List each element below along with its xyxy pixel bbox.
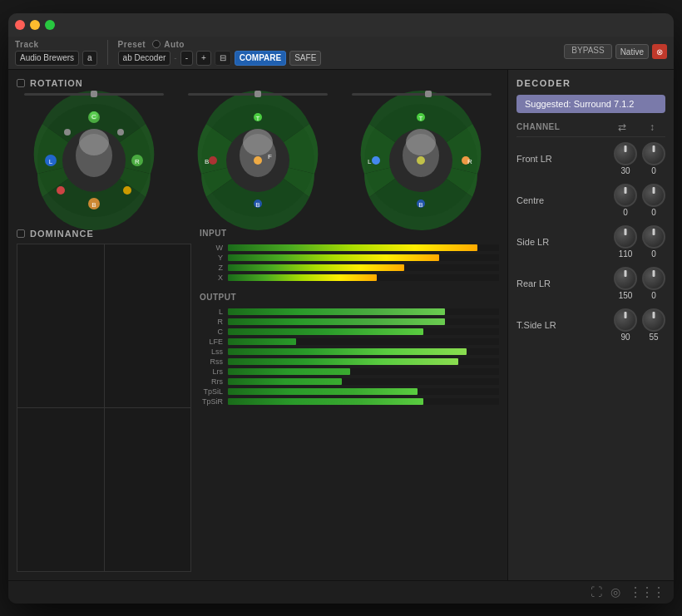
svg-text:T: T: [255, 115, 259, 122]
knob-value-1: 150: [619, 291, 633, 300]
channel-header: CHANNEL ⇄ ↕: [516, 121, 665, 137]
knob-level[interactable]: [642, 308, 665, 332]
svg-text:B: B: [205, 158, 209, 165]
knob-group-1: 30: [614, 142, 637, 175]
input-meter-row: Z: [200, 263, 499, 273]
circle-2: T B F B: [180, 93, 336, 222]
bypass-button[interactable]: BYPASS: [564, 44, 611, 59]
slider-1[interactable]: [24, 93, 164, 96]
meter-label: TpSiR: [200, 397, 223, 406]
output-meter-row: L: [200, 307, 499, 317]
preset-minus[interactable]: -: [180, 51, 193, 66]
svg-point-13: [57, 186, 65, 195]
preset-plus[interactable]: +: [196, 51, 211, 66]
meter-bar-bg: [228, 388, 499, 395]
channel-col-label: CHANNEL: [516, 122, 605, 131]
meter-label: LFE: [200, 338, 223, 346]
knob-level[interactable]: [642, 142, 665, 165]
track-name[interactable]: Audio Brewers: [15, 51, 79, 66]
meter-bar: [228, 328, 423, 335]
slider-row-2: [180, 93, 336, 96]
svg-point-41: [417, 156, 425, 165]
output-meter-row: TpSiR: [200, 397, 499, 407]
suggested-badge: Suggested: Surround 7.1.2: [516, 95, 665, 113]
meter-bar-bg: [228, 328, 499, 335]
track-section: Track Audio Brewers a: [15, 40, 97, 66]
svg-point-3: [79, 129, 109, 155]
meter-bar: [228, 368, 350, 375]
meter-bar: [228, 244, 477, 251]
knob-level[interactable]: [642, 267, 665, 290]
svg-point-32: [406, 129, 436, 155]
channel-name: Front LR: [516, 154, 614, 164]
output-meter-row: Lss: [200, 347, 499, 357]
meter-label: C: [200, 328, 223, 336]
knob-group-1: 150: [614, 267, 637, 300]
knob-pan[interactable]: [614, 142, 637, 165]
channel-name: Side LR: [516, 237, 614, 247]
knob-value-2: 0: [651, 249, 656, 259]
meter-bar-bg: [228, 338, 499, 345]
dominance-checkbox[interactable]: [17, 229, 25, 238]
sep1: -: [174, 53, 176, 62]
meter-bar: [228, 264, 404, 271]
meter-bar-bg: [228, 348, 499, 355]
track-tag[interactable]: a: [82, 51, 97, 66]
circle-1: C L R B: [17, 93, 172, 222]
meter-label: Lss: [200, 347, 223, 356]
meter-bar: [228, 348, 467, 355]
sphere-vis-3: T L R B: [361, 99, 482, 222]
decoder-channel-row: Centre 0 0: [516, 184, 665, 217]
meter-label: W: [200, 244, 223, 252]
svg-text:L: L: [368, 158, 372, 165]
svg-point-14: [123, 186, 131, 195]
knob-pan[interactable]: [614, 225, 637, 249]
settings-icon[interactable]: ◎: [610, 585, 620, 599]
knob-group-2: 0: [642, 142, 665, 175]
circle-3: T L R B: [343, 93, 499, 222]
knob-level[interactable]: [642, 225, 665, 249]
knob-pan[interactable]: [614, 308, 637, 332]
preset-icon[interactable]: ⊟: [215, 51, 231, 66]
close-plugin-button[interactable]: ⊗: [652, 44, 667, 59]
minimize-button[interactable]: [30, 20, 40, 30]
svg-text:L: L: [49, 158, 53, 165]
main-content: ROTATION: [8, 70, 674, 580]
input-meter-row: X: [200, 273, 499, 283]
decoder-title: DECODER: [516, 78, 665, 88]
knob-pan[interactable]: [614, 184, 637, 207]
dominance-grid[interactable]: [17, 244, 191, 572]
decoder-name[interactable]: ab Decoder: [118, 51, 171, 66]
slider-2[interactable]: [188, 93, 328, 96]
svg-text:R: R: [135, 158, 140, 165]
knob-group-1: 90: [614, 308, 637, 342]
pan-icon: ⇄: [609, 121, 635, 133]
meter-label: L: [200, 308, 223, 316]
safe-button[interactable]: SAFE: [289, 51, 321, 66]
grid-line-v: [104, 244, 105, 571]
output-meter-row: LFE: [200, 337, 499, 347]
rotation-checkbox[interactable]: [17, 79, 25, 87]
maximize-button[interactable]: [45, 20, 55, 30]
preset-section: Preset Auto ab Decoder - - + ⊟ COMPARE S…: [118, 40, 322, 66]
meter-bar: [228, 398, 423, 405]
sphere-vis-2: T B F B: [198, 99, 319, 222]
expand-icon[interactable]: ⛶: [591, 585, 602, 599]
level-meter-icon[interactable]: ⋮⋮⋮: [629, 584, 664, 600]
preset-dot: [152, 40, 161, 48]
input-meter-row: Y: [200, 253, 499, 263]
knob-level[interactable]: [642, 184, 665, 207]
dominance-title: DOMINANCE: [17, 229, 191, 239]
output-meter-row: C: [200, 327, 499, 337]
knob-pan[interactable]: [614, 267, 637, 290]
compare-button[interactable]: COMPARE: [235, 51, 286, 66]
svg-text:B: B: [419, 201, 423, 209]
knob-value-2: 0: [651, 166, 656, 175]
slider-3[interactable]: [352, 93, 492, 96]
input-meter-row: W: [200, 243, 499, 253]
native-button[interactable]: Native: [615, 44, 649, 59]
decoder-channel-row: Rear LR 150 0: [516, 267, 665, 300]
auto-label: Auto: [164, 40, 185, 49]
meter-bar: [228, 378, 342, 385]
close-button[interactable]: [15, 20, 25, 30]
